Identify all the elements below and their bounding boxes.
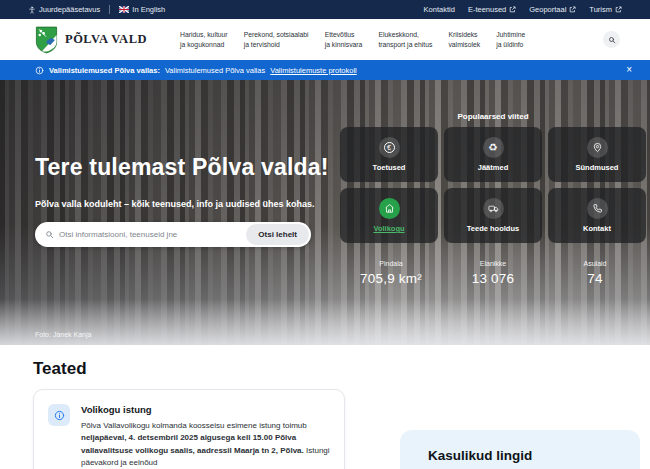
euro-coin-icon: €	[379, 137, 400, 158]
nav-perekond[interactable]: Perekond, sotsiaalabija tervishoid	[244, 30, 309, 50]
alert-text: Valimistulemused Põlva vallas	[165, 66, 265, 75]
top-utility-bar: Juurdepääsetavus In English Kontaktid E-…	[0, 0, 650, 19]
nav-elukeskkond[interactable]: Elukeskkond,transport ja ehitus	[378, 30, 432, 50]
nav-haridus[interactable]: Haridus, kultuurja kogukonnad	[180, 30, 228, 50]
hero-subtitle: Põlva valla koduleht – kõik teenused, in…	[35, 199, 315, 209]
alert-banner: Valimistulemused Põlva vallas: Valimistu…	[0, 60, 650, 80]
external-link-icon	[509, 6, 516, 13]
topbar-link-geoportaal[interactable]: Geoportaal	[529, 5, 576, 14]
main-header: PÕLVA VALD Haridus, kultuurja kogukonnad…	[0, 19, 650, 60]
stat-pindala: Pindala 705,9 km²	[340, 260, 442, 286]
main-navigation: Haridus, kultuurja kogukonnad Perekond, …	[180, 30, 525, 50]
uk-flag-icon	[119, 6, 129, 13]
search-icon	[45, 230, 54, 239]
alert-close-button[interactable]: ×	[626, 65, 632, 75]
hero-search-submit-button[interactable]: Otsi lehelt	[246, 224, 309, 245]
truck-icon	[483, 198, 504, 219]
notice-title: Volikogu istung	[81, 404, 330, 415]
divider	[109, 5, 110, 14]
polva-vald-homepage: Juurdepääsetavus In English Kontaktid E-…	[0, 0, 650, 469]
notice-info-icon	[48, 404, 70, 426]
hero-title: Tere tulemast Põlva valda!	[35, 154, 329, 181]
tile-jaatmed[interactable]: ♻ Jäätmed	[444, 127, 542, 182]
tile-kontakt[interactable]: Kontakt	[548, 188, 646, 243]
header-search-button[interactable]	[603, 31, 620, 48]
stat-asulaid: Asulaid 74	[544, 260, 646, 286]
external-link-icon	[569, 6, 576, 13]
municipality-stats: Pindala 705,9 km² Elanikke 13 076 Asulai…	[340, 260, 646, 286]
useful-links-card: Kasulikud lingid	[400, 430, 640, 469]
popular-links-grid: € Toetused ♻ Jäätmed Sündmused Volikogu	[340, 127, 646, 243]
stat-elanikke: Elanikke 13 076	[442, 260, 544, 286]
useful-links-title: Kasulikud lingid	[428, 448, 640, 463]
tile-volikogu[interactable]: Volikogu	[340, 188, 438, 243]
alert-protocol-link[interactable]: Valimistulemuste protokoll	[270, 66, 357, 75]
accessibility-link[interactable]: Juurdepääsetavus	[28, 5, 100, 14]
map-pin-icon	[587, 137, 608, 158]
hero-section: Tere tulemast Põlva valda! Põlva valla k…	[0, 80, 650, 345]
topbar-link-kontaktid[interactable]: Kontaktid	[424, 5, 455, 14]
tile-toetused[interactable]: € Toetused	[340, 127, 438, 182]
alert-title: Valimistulemused Põlva vallas:	[49, 66, 160, 75]
nav-kriisideks[interactable]: Kriisideksvalmisolek	[448, 30, 480, 50]
recycle-icon: ♻	[483, 137, 504, 158]
teated-heading: Teated	[33, 359, 87, 379]
hero-search-bar: Otsi lehelt	[35, 222, 311, 247]
topbar-link-turism[interactable]: Turism	[589, 5, 622, 14]
accessibility-icon	[28, 6, 36, 14]
site-logo[interactable]: PÕLVA VALD	[35, 26, 147, 54]
popular-links-title: Populaarsed viited	[340, 112, 646, 121]
logo-title: PÕLVA VALD	[65, 32, 147, 47]
photo-credit: Foto: Janek Kanja	[35, 331, 91, 338]
external-link-icon	[615, 6, 622, 13]
hero-search-input[interactable]	[59, 230, 246, 239]
notice-card-volikogu-istung[interactable]: Volikogu istung Põlva Vallavolikogu kolm…	[33, 389, 345, 469]
search-icon	[608, 36, 616, 44]
nav-juhtimine[interactable]: Juhtimineja üldinfo	[496, 30, 525, 50]
tile-teede-hooldus[interactable]: Teede hooldus	[444, 188, 542, 243]
notice-body: Põlva Vallavolikogu kolmanda koosseisu e…	[81, 420, 330, 469]
language-switch[interactable]: In English	[119, 5, 165, 14]
topbar-link-e-teenused[interactable]: E-teenused	[468, 5, 516, 14]
content-section: Teated Volikogu istung Põlva Vallavoliko…	[0, 345, 650, 469]
coat-of-arms-icon	[35, 26, 58, 54]
info-icon	[35, 66, 44, 75]
tile-sundmused[interactable]: Sündmused	[548, 127, 646, 182]
nav-ettevotlus[interactable]: Ettevõtlusja kinnisvara	[325, 30, 363, 50]
home-icon	[379, 198, 400, 219]
phone-icon	[587, 198, 608, 219]
